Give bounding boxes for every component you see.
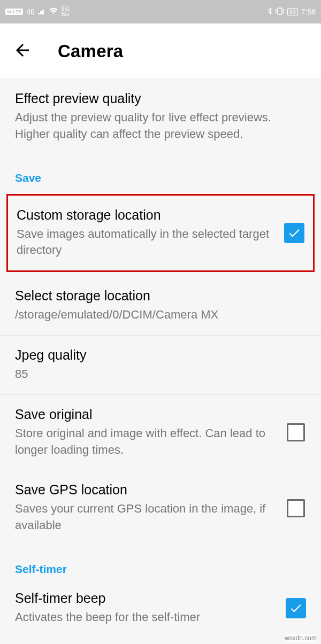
checkbox-save-gps[interactable] — [286, 498, 306, 518]
setting-title: Effect preview quality — [15, 91, 296, 106]
status-time: 7:58 — [301, 7, 316, 16]
bluetooth-icon — [267, 7, 272, 17]
setting-effect-preview-quality[interactable]: Effect preview quality Adjust the previe… — [0, 79, 321, 154]
setting-subtitle: Saves your current GPS location in the i… — [15, 501, 276, 534]
status-bar: VoLTE 46 651 B/s 33 7:58 — [0, 0, 321, 24]
setting-subtitle: Adjust the preview quality for live effe… — [15, 110, 296, 143]
section-header-save: Save — [0, 154, 321, 194]
settings-list: Effect preview quality Adjust the previe… — [0, 79, 321, 631]
setting-title: Jpeg quality — [15, 347, 296, 363]
checkbox-save-original[interactable] — [286, 422, 306, 443]
checkbox-checked-icon — [284, 223, 304, 243]
checkbox-self-timer-beep[interactable] — [286, 598, 306, 618]
setting-save-original[interactable]: Save original Store original and image w… — [0, 395, 321, 471]
signal-text: 46 — [26, 7, 35, 16]
setting-title: Select storage location — [15, 288, 296, 304]
setting-title: Custom storage location — [17, 207, 274, 223]
signal-icon — [38, 7, 45, 16]
svg-rect-0 — [278, 8, 282, 14]
volte-icon: VoLTE — [5, 9, 23, 15]
setting-save-gps-location[interactable]: Save GPS location Saves your current GPS… — [0, 470, 321, 546]
arrow-back-icon — [13, 41, 32, 60]
setting-custom-storage-location[interactable]: Custom storage location Save images auto… — [8, 196, 313, 271]
battery-icon: 33 — [287, 8, 298, 15]
back-button[interactable] — [13, 41, 32, 62]
status-left: VoLTE 46 651 B/s — [5, 6, 70, 17]
checkbox-unchecked-icon — [287, 423, 305, 441]
section-header-self-timer: Self-timer — [0, 546, 321, 585]
setting-subtitle: Store original and image with effect. Ca… — [15, 425, 276, 459]
watermark: wsxdn.com — [285, 634, 317, 642]
checkbox-custom-storage[interactable] — [284, 223, 304, 243]
wifi-icon — [49, 7, 58, 17]
setting-subtitle: 85 — [15, 366, 296, 383]
highlight-annotation: Custom storage location Save images auto… — [6, 194, 315, 273]
setting-subtitle: /storage/emulated/0/DCIM/Camera MX — [15, 307, 296, 323]
net-speed: 651 B/s — [62, 6, 71, 17]
setting-subtitle: Save images automatically in the selecte… — [17, 226, 274, 259]
status-right: 33 7:58 — [267, 7, 316, 17]
page-title: Camera — [58, 41, 123, 61]
setting-select-storage-location[interactable]: Select storage location /storage/emulate… — [0, 272, 321, 336]
setting-subtitle: Activates the beep for the self-timer — [15, 609, 276, 626]
app-bar: Camera — [0, 24, 321, 79]
setting-jpeg-quality[interactable]: Jpeg quality 85 — [0, 336, 321, 395]
checkbox-unchecked-icon — [287, 499, 305, 517]
setting-title: Save original — [15, 407, 276, 422]
checkbox-checked-icon — [286, 598, 306, 618]
vibrate-icon — [276, 7, 284, 17]
setting-title: Self-timer beep — [15, 591, 276, 606]
setting-title: Save GPS location — [15, 482, 276, 498]
setting-self-timer-beep[interactable]: Self-timer beep Activates the beep for t… — [0, 585, 321, 631]
